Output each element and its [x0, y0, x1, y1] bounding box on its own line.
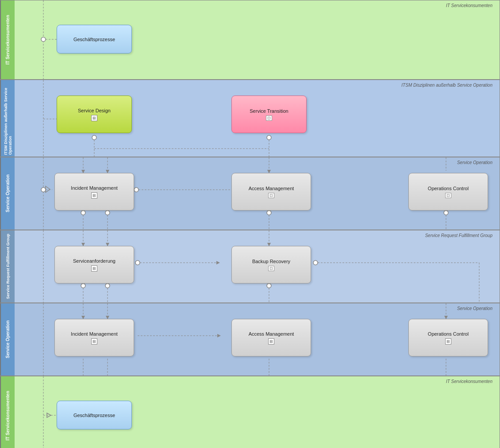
- expand-incident-bot[interactable]: ⊞: [91, 338, 97, 345]
- lane-srfg: Service Request Fulfillment Group Servic…: [0, 230, 500, 303]
- node-service-transition[interactable]: Service Transition ⊡: [231, 96, 307, 133]
- node-geschaft-top[interactable]: Geschäftsprozesse: [57, 25, 132, 54]
- node-backup[interactable]: Backup Recovery ⊡: [231, 246, 311, 283]
- svg-marker-40: [216, 261, 220, 264]
- node-access-top[interactable]: Access Management ⊡: [231, 173, 311, 211]
- svg-point-25: [105, 211, 110, 215]
- svg-point-48: [267, 283, 271, 288]
- node-ops-top[interactable]: Operations Control ⊡: [408, 173, 488, 211]
- svg-point-38: [135, 260, 140, 265]
- svg-point-29: [444, 211, 448, 215]
- svg-point-46: [105, 283, 110, 288]
- lane-label-itsm: ITSM Disziplinen außerhalb Service Opera…: [0, 80, 15, 157]
- lane-title-itsm: ITSM Disziplinen außerhalb Service Opera…: [401, 83, 492, 88]
- svg-point-5: [92, 135, 96, 140]
- expand-service-design[interactable]: ⊞: [91, 115, 97, 121]
- expand-incident-top[interactable]: ⊞: [91, 192, 97, 199]
- svg-point-23: [81, 211, 85, 215]
- svg-marker-18: [46, 186, 50, 192]
- node-incident-bot[interactable]: Incident Management ⊞: [54, 319, 134, 356]
- lane-it-service-top: IT Servicekonsumenten IT Servicekonsumen…: [0, 0, 500, 80]
- svg-point-1: [41, 37, 46, 42]
- expand-serviceanf[interactable]: ⊞: [91, 265, 97, 272]
- lane-title-srfg: Service Request Fulfillment Group: [425, 233, 492, 238]
- svg-point-21: [41, 188, 46, 192]
- node-service-design[interactable]: Service Design ⊞: [57, 96, 132, 133]
- lane-itsm: ITSM Disziplinen außerhalb Service Opera…: [0, 80, 500, 157]
- lane-it-service-bot: IT Servicekonsumenten IT Servicekonsumen…: [0, 376, 500, 448]
- lane-title-it-top: IT Servicekonsumenten: [446, 3, 492, 8]
- node-access-bot[interactable]: Access Management ⊞: [231, 319, 311, 356]
- lane-title-it-bot: IT Servicekonsumenten: [446, 379, 492, 384]
- expand-ops-bot[interactable]: ⊞: [445, 338, 451, 345]
- lane-service-op-bot: Service Operation Service Operation: [0, 303, 500, 376]
- node-incident-top[interactable]: Incident Management ⊞: [54, 173, 134, 211]
- node-geschaft-bot[interactable]: Geschäftsprozesse: [57, 401, 132, 429]
- svg-point-41: [313, 260, 318, 265]
- lane-title-service-op-bot: Service Operation: [457, 306, 492, 311]
- lane-label-srfg: Service Request Fulfillment Group: [0, 230, 15, 302]
- expand-service-transition[interactable]: ⊡: [266, 115, 272, 121]
- expand-ops-top[interactable]: ⊡: [445, 193, 451, 198]
- lane-label-service-op-bot: Service Operation: [0, 303, 15, 375]
- node-ops-bot[interactable]: Operations Control ⊞: [408, 319, 488, 356]
- svg-point-27: [267, 211, 271, 215]
- lane-service-op-top: Service Operation Service Operation: [0, 157, 500, 230]
- svg-point-7: [267, 135, 271, 140]
- svg-marker-65: [47, 413, 51, 417]
- lane-label-service-op-top: Service Operation: [0, 157, 15, 230]
- lane-label-it-bot: IT Servicekonsumenten: [0, 376, 15, 448]
- diagram-container: IT Servicekonsumenten IT Servicekonsumen…: [0, 0, 500, 448]
- svg-point-44: [81, 283, 85, 288]
- svg-point-19: [134, 188, 138, 192]
- expand-access-bot[interactable]: ⊞: [268, 338, 274, 345]
- svg-marker-58: [217, 334, 221, 337]
- lane-label-it-top: IT Servicekonsumenten: [0, 0, 15, 79]
- lane-title-service-op-top: Service Operation: [457, 160, 492, 165]
- expand-backup[interactable]: ⊡: [268, 266, 274, 271]
- expand-access-top[interactable]: ⊡: [268, 193, 274, 198]
- node-serviceanf[interactable]: Serviceanforderung ⊞: [54, 246, 134, 283]
